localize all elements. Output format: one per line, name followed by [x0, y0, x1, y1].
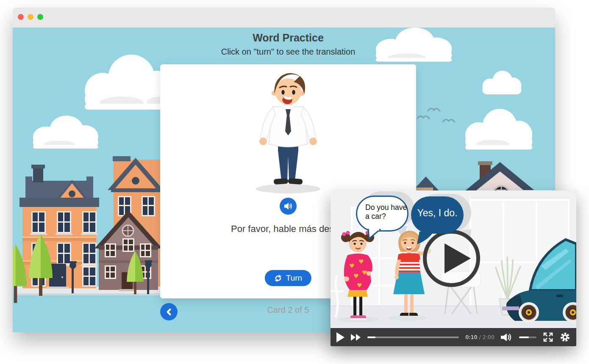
question-line-1: Do you have [365, 203, 407, 212]
close-button[interactable] [18, 14, 24, 20]
previous-card-button[interactable] [160, 303, 178, 320]
time-display: 0:10 / 2:00 [465, 334, 494, 340]
speech-bubble-answer: Yes, I do. [411, 196, 464, 234]
svg-text:♥: ♥ [362, 269, 367, 276]
time-current: 0:10 [465, 334, 477, 340]
fullscreen-icon [543, 332, 553, 342]
time-total: 2:00 [483, 334, 495, 340]
bubble-tail [416, 232, 435, 244]
minimize-button[interactable] [28, 14, 33, 20]
page-title: Word Practice [160, 32, 416, 44]
volume-button[interactable] [501, 333, 513, 342]
answer-text: Yes, I do. [417, 207, 457, 218]
question-line-2: a car? [365, 212, 407, 221]
refresh-icon [274, 274, 282, 282]
speech-bubble-question: Do you have a car? [356, 196, 408, 232]
progress-played [367, 336, 375, 338]
progress-bar[interactable] [367, 336, 459, 338]
video-scene: ♥♥♥♥♥ [331, 190, 576, 328]
svg-text:♥: ♥ [349, 262, 355, 269]
birds-icon [417, 108, 455, 122]
volume-slider[interactable] [519, 336, 536, 338]
businessman-illustration [250, 69, 326, 194]
speaker-icon [284, 202, 293, 210]
video-player: ♥♥♥♥♥ [331, 190, 576, 346]
svg-text:♥: ♥ [357, 282, 362, 289]
play-button[interactable] [336, 332, 345, 342]
window-titlebar [13, 8, 555, 28]
time-separator: / [477, 334, 482, 340]
practice-header: Word Practice Click on "turn" to see the… [160, 32, 416, 57]
volume-level [519, 336, 529, 338]
settings-button[interactable] [560, 332, 570, 342]
page-subtitle: Click on "turn" to see the translation [160, 47, 416, 57]
volume-icon [501, 333, 513, 342]
chevron-left-icon [165, 308, 173, 316]
svg-text:♥: ♥ [358, 258, 364, 265]
bubble-tail [367, 229, 381, 239]
flashcard-phrase: Por favor, hable más despa [231, 223, 345, 234]
video-controls-bar: 0:10 / 2:00 [331, 328, 576, 346]
audio-button[interactable] [280, 198, 297, 215]
fast-forward-icon [351, 334, 361, 341]
fullscreen-button[interactable] [543, 332, 553, 342]
svg-text:♥: ♥ [353, 273, 359, 279]
play-icon [336, 332, 345, 342]
zoom-button[interactable] [37, 14, 43, 20]
settings-gear-icon [560, 332, 570, 342]
turn-button-label: Turn [286, 273, 302, 283]
turn-button[interactable]: Turn [265, 270, 311, 286]
fast-forward-button[interactable] [351, 334, 361, 341]
